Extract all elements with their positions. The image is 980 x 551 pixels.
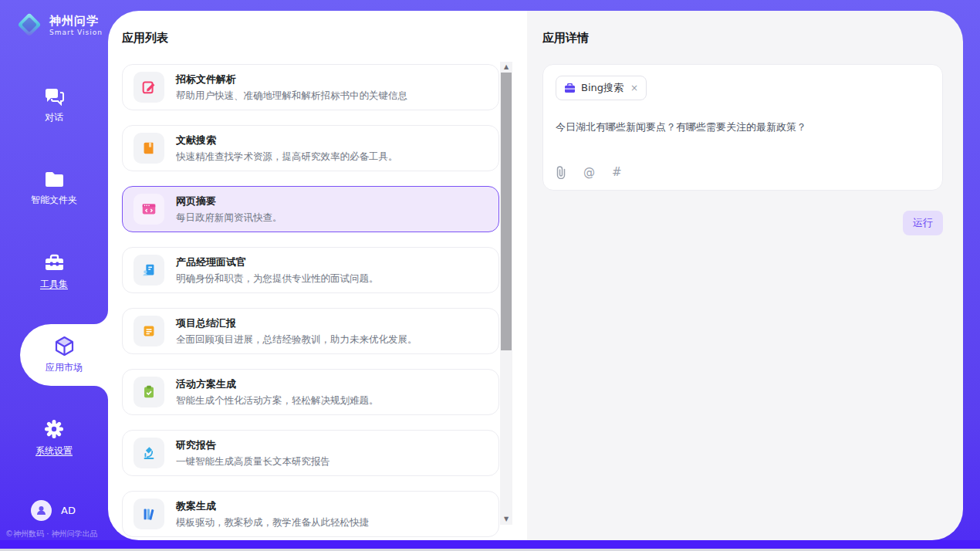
hash-icon[interactable]: # (612, 165, 622, 179)
scrollbar-up-arrow[interactable]: ▲ (500, 62, 512, 73)
brand-subtitle: Smart Vision (49, 29, 103, 36)
app-desc: 帮助用户快速、准确地理解和解析招标书中的关键信息 (176, 90, 407, 103)
toolbox-icon (44, 254, 65, 272)
app-detail-panel: 应用详情 Bing搜索 × 今日湖北有哪些新闻要点？有哪些需要关注的最新政策？ … (527, 11, 963, 540)
person-icon (35, 505, 47, 516)
briefcase-icon (564, 83, 576, 93)
app-card-lesson-plan[interactable]: 教案生成 模板驱动，教案秒成，教学准备从此轻松快捷 (122, 491, 499, 537)
app-card-pm-interviewer[interactable]: 产品经理面试官 明确身份和职责，为您提供专业性的面试问题。 (122, 247, 499, 293)
sidebar-item-settings[interactable]: 系统设置 (0, 419, 108, 458)
app-name: 文献搜索 (176, 134, 398, 147)
sidebar-item-label: 工具集 (40, 278, 68, 291)
sidebar-item-chat[interactable]: 对话 (0, 86, 108, 124)
brand-name: 神州问学 (49, 14, 103, 29)
brand-logo: 神州问学 Smart Vision (15, 11, 103, 39)
app-list: 招标文件解析 帮助用户快速、准确地理解和解析招标书中的关键信息 文献搜索 快速精… (122, 64, 527, 537)
username: AD (61, 505, 76, 516)
app-card-tender-analysis[interactable]: 招标文件解析 帮助用户快速、准确地理解和解析招标书中的关键信息 (122, 64, 499, 110)
app-name: 产品经理面试官 (176, 255, 379, 269)
prompt-card: Bing搜索 × 今日湖北有哪些新闻要点？有哪些需要关注的最新政策？ @ # (542, 64, 943, 191)
app-desc: 快速精准查找学术资源，提高研究效率的必备工具。 (176, 150, 398, 164)
app-name: 研究报告 (176, 438, 330, 452)
app-list-panel: 应用列表 招标文件解析 帮助用户快速、准确地理解和解析招标书中的关键信息 (108, 11, 527, 540)
app-card-research-report[interactable]: 研究报告 一键智能生成高质量长文本研究报告 (122, 430, 499, 476)
browser-code-icon (133, 194, 164, 225)
scrollbar-thumb[interactable] (501, 73, 512, 350)
tag-label: Bing搜索 (581, 81, 623, 95)
book-icon (133, 133, 164, 164)
app-desc: 全面回顾项目进展，总结经验教训，助力未来优化发展。 (176, 333, 417, 346)
app-name: 项目总结汇报 (176, 316, 417, 330)
brand-diamond-icon (15, 11, 43, 39)
app-card-project-summary[interactable]: 项目总结汇报 全面回顾项目进展，总结经验教训，助力未来优化发展。 (122, 308, 499, 354)
app-detail-title: 应用详情 (542, 31, 943, 46)
sidebar-item-label: 对话 (45, 111, 63, 124)
prompt-text[interactable]: 今日湖北有哪些新闻要点？有哪些需要关注的最新政策？ (556, 120, 930, 134)
app-name: 活动方案生成 (176, 377, 379, 391)
tool-tag-bing-search[interactable]: Bing搜索 × (556, 76, 647, 100)
app-name: 网页摘要 (176, 194, 282, 208)
app-card-event-plan[interactable]: 活动方案生成 智能生成个性化活动方案，轻松解决规划难题。 (122, 369, 499, 415)
edit-document-icon (133, 72, 164, 103)
sidebar-item-label: 智能文件夹 (31, 194, 77, 207)
prompt-toolbar: @ # (556, 165, 930, 179)
sidebar-item-label: 系统设置 (35, 445, 73, 458)
microscope-icon (133, 438, 164, 468)
sidebar-item-label: 应用市场 (46, 361, 83, 374)
paperclip-icon[interactable] (556, 166, 566, 179)
run-button[interactable]: 运行 (903, 211, 943, 235)
sidebar-item-smart-folder[interactable]: 智能文件夹 (0, 171, 108, 207)
app-card-web-summary[interactable]: 网页摘要 每日政府新闻资讯快查。 (122, 186, 499, 232)
sidebar-item-toolset[interactable]: 工具集 (0, 254, 108, 291)
app-list-title: 应用列表 (122, 31, 527, 46)
mention-icon[interactable]: @ (583, 165, 595, 179)
main-container: 应用列表 招标文件解析 帮助用户快速、准确地理解和解析招标书中的关键信息 (108, 11, 963, 540)
clipboard-check-icon (133, 377, 164, 407)
app-name: 教案生成 (176, 499, 369, 513)
sidebar-item-app-market[interactable]: 应用市场 (20, 324, 108, 386)
bottom-strip (0, 540, 980, 549)
app-card-literature-search[interactable]: 文献搜索 快速精准查找学术资源，提高研究效率的必备工具。 (122, 125, 499, 171)
app-desc: 一键智能生成高质量长文本研究报告 (176, 455, 330, 468)
cube-icon (54, 336, 75, 357)
tag-close-icon[interactable]: × (630, 83, 638, 93)
note-icon (133, 316, 164, 346)
app-desc: 模板驱动，教案秒成，教学准备从此轻松快捷 (176, 516, 369, 529)
user-account[interactable]: AD (31, 500, 76, 521)
folder-icon (44, 171, 65, 188)
app-desc: 每日政府新闻资讯快查。 (176, 211, 282, 225)
footer-copyright: ©神州数码 · 神州问学出品 (5, 529, 98, 539)
sidebar: 神州问学 Smart Vision 对话 智能文件夹 工具集 (0, 0, 108, 540)
app-desc: 智能生成个性化活动方案，轻松解决规划难题。 (176, 394, 379, 407)
gear-icon (44, 419, 64, 439)
app-name: 招标文件解析 (176, 73, 407, 86)
scrollbar-down-arrow[interactable]: ▼ (500, 514, 512, 525)
avatar (31, 500, 52, 521)
books-icon (133, 499, 164, 529)
resume-icon (133, 255, 164, 286)
app-desc: 明确身份和职责，为您提供专业性的面试问题。 (176, 272, 379, 286)
chat-icon (44, 86, 65, 106)
